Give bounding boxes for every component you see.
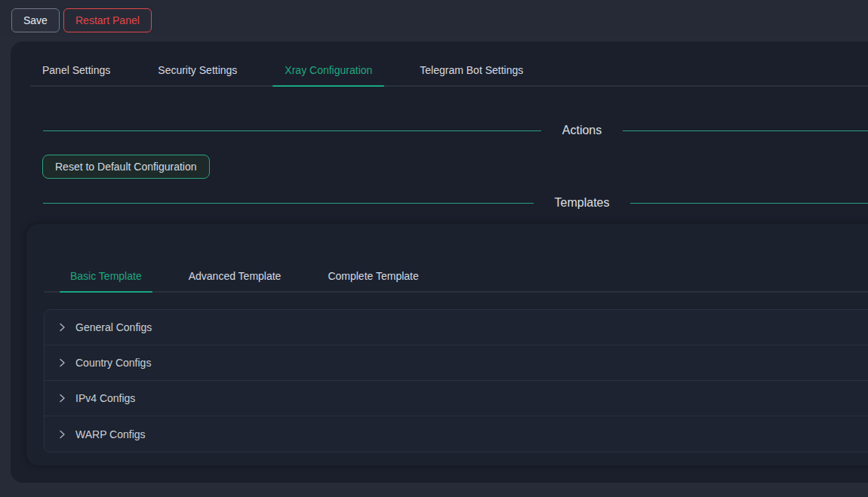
restart-panel-button[interactable]: Restart Panel — [63, 8, 152, 32]
collapse-label: Country Configs — [75, 357, 151, 369]
settings-card: Panel Settings Security Settings Xray Co… — [11, 41, 868, 483]
tab-telegram-bot-settings[interactable]: Telegram Bot Settings — [408, 55, 535, 85]
templates-divider-label: Templates — [555, 196, 610, 210]
collapse-ipv4-configs[interactable]: IPv4 Configs — [45, 381, 868, 416]
chevron-right-icon — [57, 430, 66, 439]
chevron-right-icon — [57, 358, 66, 367]
template-tab-bar: Basic Template Advanced Template Complet… — [44, 261, 868, 293]
settings-tab-bar: Panel Settings Security Settings Xray Co… — [30, 55, 868, 87]
tab-xray-configuration[interactable]: Xray Configuration — [272, 55, 384, 85]
tab-basic-template[interactable]: Basic Template — [60, 261, 152, 291]
collapse-warp-configs[interactable]: WARP Configs — [45, 416, 868, 452]
templates-card: Basic Template Advanced Template Complet… — [26, 224, 868, 465]
save-button[interactable]: Save — [11, 8, 60, 32]
tab-advanced-template[interactable]: Advanced Template — [178, 261, 292, 291]
tab-panel-settings[interactable]: Panel Settings — [30, 55, 122, 85]
chevron-right-icon — [57, 394, 66, 403]
actions-divider-label: Actions — [562, 124, 602, 137]
tab-security-settings[interactable]: Security Settings — [146, 55, 249, 85]
collapse-general-configs[interactable]: General Configs — [45, 310, 868, 345]
tab-complete-template[interactable]: Complete Template — [317, 261, 429, 291]
reset-default-configuration-button[interactable]: Reset to Default Configuration — [42, 155, 210, 179]
collapse-country-configs[interactable]: Country Configs — [45, 345, 868, 381]
collapse-label: General Configs — [75, 321, 152, 333]
collapse-label: WARP Configs — [75, 428, 146, 440]
templates-divider: Templates — [43, 194, 868, 212]
config-collapse-list: General Configs Country Configs IPv4 Con… — [44, 309, 868, 453]
actions-divider: Actions — [43, 121, 868, 140]
top-toolbar: Save Restart Panel — [0, 0, 868, 36]
collapse-label: IPv4 Configs — [75, 392, 135, 404]
chevron-right-icon — [57, 323, 66, 332]
